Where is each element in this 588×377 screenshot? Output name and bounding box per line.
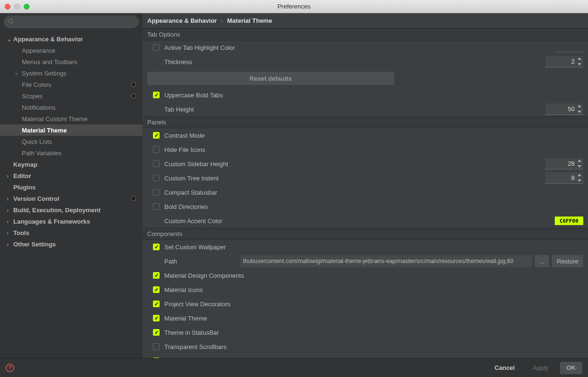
restore-button[interactable]: Restore — [552, 255, 583, 267]
label-thickness: Thickness — [164, 58, 545, 66]
project-settings-icon — [131, 82, 136, 87]
sidebar-item-build-execution-deployment[interactable]: ›Build, Execution, Deployment — [0, 204, 142, 216]
chevron-right-icon: › — [221, 17, 223, 24]
row-material-icons: Material Icons — [142, 283, 588, 297]
checkbox-transparent-scrollbars[interactable] — [153, 343, 160, 350]
sidebar-item-label: Other Settings — [13, 241, 142, 248]
sidebar-item-appearance-behavior[interactable]: ⌄Appearance & Behavior — [0, 33, 142, 45]
breadcrumb-a[interactable]: Appearance & Behavior — [147, 17, 217, 24]
window-title: Preferences — [277, 3, 311, 10]
ok-button[interactable]: OK — [560, 362, 583, 374]
cancel-button[interactable]: Cancel — [488, 362, 522, 374]
chevron-right-icon: › — [7, 229, 11, 236]
row-wallpaper-path: Path ... Restore — [142, 254, 588, 268]
checkbox-hide-file-icons[interactable] — [153, 146, 160, 153]
sidebar-item-label: Path Variables — [22, 150, 142, 157]
sidebar-height-spinner[interactable]: 28 — [545, 158, 583, 170]
checkbox-material-components[interactable] — [153, 272, 160, 279]
sidebar-item-editor[interactable]: ›Editor — [0, 170, 142, 181]
checkbox-tree-indent[interactable] — [153, 175, 160, 181]
chevron-right-icon: › — [7, 218, 11, 225]
footer: ? Cancel Apply OK — [0, 358, 588, 377]
apply-button[interactable]: Apply — [526, 362, 555, 374]
sidebar-item-label: Appearance — [22, 47, 142, 54]
sidebar-item-tools[interactable]: ›Tools — [0, 227, 142, 238]
sidebar-item-plugins[interactable]: Plugins — [0, 181, 142, 193]
sidebar-item-path-variables[interactable]: Path Variables — [0, 147, 142, 159]
tree-indent-spinner[interactable]: 8 — [545, 172, 583, 184]
section-components: Components — [142, 228, 588, 240]
label-material-theme: Material Theme — [164, 315, 583, 322]
sidebar-item-label: System Settings — [22, 70, 142, 77]
checkbox-bold-directories[interactable] — [153, 203, 160, 210]
sidebar-item-version-control[interactable]: ›Version Control — [0, 193, 142, 204]
accent-color-swatch[interactable]: C6FF00 — [555, 217, 583, 225]
sidebar-item-label: Notifications — [22, 104, 142, 111]
checkbox-material-theme[interactable] — [153, 315, 160, 321]
sidebar-item-material-theme[interactable]: Material Theme — [0, 124, 142, 136]
chevron-down-icon: ⌄ — [7, 36, 11, 43]
label-contrast-mode: Contrast Mode — [164, 132, 583, 139]
checkbox-uppercase-tabs[interactable] — [153, 92, 160, 98]
sidebar-item-appearance[interactable]: Appearance — [0, 45, 142, 56]
search-input[interactable] — [4, 16, 139, 28]
help-icon[interactable]: ? — [6, 364, 14, 372]
minimize-icon[interactable] — [14, 4, 20, 9]
breadcrumb-b: Material Theme — [227, 17, 272, 24]
checkbox-set-wallpaper[interactable] — [153, 244, 160, 250]
row-bold-directories: Bold Directories — [142, 199, 588, 214]
thickness-spinner[interactable]: 2 — [545, 56, 583, 67]
row-sidebar-height: Custom Sidebar Height 28 — [142, 157, 588, 171]
row-accent-color: Custom Accent Color C6FF00 — [142, 214, 588, 228]
close-icon[interactable] — [5, 4, 10, 9]
row-hide-file-icons: Hide File Icons — [142, 142, 588, 157]
sidebar-item-menus-and-toolbars[interactable]: Menus and Toolbars — [0, 56, 142, 67]
browse-button[interactable]: ... — [535, 255, 550, 267]
checkbox-project-decorators[interactable] — [153, 301, 160, 307]
label-uppercase-tabs: Uppercase Bold Tabs — [164, 92, 583, 99]
chevron-right-icon: › — [7, 172, 11, 179]
sidebar-item-notifications[interactable]: Notifications — [0, 102, 142, 113]
label-material-components: Material Design Components — [164, 272, 583, 279]
row-compact-statusbar: Compact Statusbar — [142, 185, 588, 199]
sidebar-item-file-colors[interactable]: File Colors — [0, 79, 142, 90]
sidebar-item-label: Quick Lists — [22, 138, 142, 145]
checkbox-material-icons[interactable] — [153, 286, 160, 293]
label-tree-indent: Custom Tree Indent — [164, 175, 545, 182]
wallpaper-path-input[interactable] — [240, 255, 532, 267]
sidebar-item-label: File Colors — [22, 81, 131, 88]
checkbox-sidebar-height[interactable] — [153, 160, 160, 167]
sidebar-item-label: Editor — [13, 172, 142, 179]
search-field[interactable] — [17, 19, 134, 25]
section-panels: Panels — [142, 116, 588, 128]
label-accent-color: Custom Accent Color — [164, 217, 555, 225]
sidebar-item-label: Languages & Frameworks — [13, 218, 142, 225]
checkbox-contrast-mode[interactable] — [153, 132, 160, 139]
project-settings-icon — [131, 94, 136, 98]
color-swatch-highlight[interactable] — [556, 43, 583, 52]
settings-scroll[interactable]: Tab Options Active Tab Highlight Color T… — [142, 28, 588, 358]
sidebar-item-label: Scopes — [22, 93, 131, 100]
maximize-icon[interactable] — [24, 4, 29, 9]
tab-height-spinner[interactable]: 50 — [545, 104, 583, 115]
row-accent-scrollbars: Accent Scrollbars — [142, 354, 588, 358]
row-transparent-scrollbars: Transparent Scrollbars — [142, 339, 588, 354]
sidebar-item-quick-lists[interactable]: Quick Lists — [0, 136, 142, 147]
reset-defaults-button[interactable]: Reset defaults — [147, 72, 394, 85]
sidebar-item-label: Version Control — [13, 195, 131, 202]
sidebar-item-languages-frameworks[interactable]: ›Languages & Frameworks — [0, 216, 142, 227]
sidebar-item-material-custom-theme[interactable]: Material Custom Theme — [0, 113, 142, 124]
sidebar-item-scopes[interactable]: Scopes — [0, 90, 142, 102]
checkbox-active-tab-highlight[interactable] — [153, 44, 160, 51]
checkbox-compact-statusbar[interactable] — [153, 189, 160, 196]
label-theme-statusbar: Theme in StatusBar — [164, 329, 583, 336]
chevron-right-icon: › — [15, 70, 20, 77]
sidebar-item-keymap[interactable]: Keymap — [0, 159, 142, 170]
row-active-tab-highlight: Active Tab Highlight Color — [142, 40, 588, 55]
label-path: Path — [164, 258, 240, 265]
section-tab-options: Tab Options — [142, 28, 588, 40]
sidebar-item-other-settings[interactable]: ›Other Settings — [0, 238, 142, 250]
sidebar-item-system-settings[interactable]: ›System Settings — [0, 67, 142, 79]
checkbox-theme-statusbar[interactable] — [153, 329, 160, 336]
chevron-right-icon: › — [7, 241, 11, 248]
